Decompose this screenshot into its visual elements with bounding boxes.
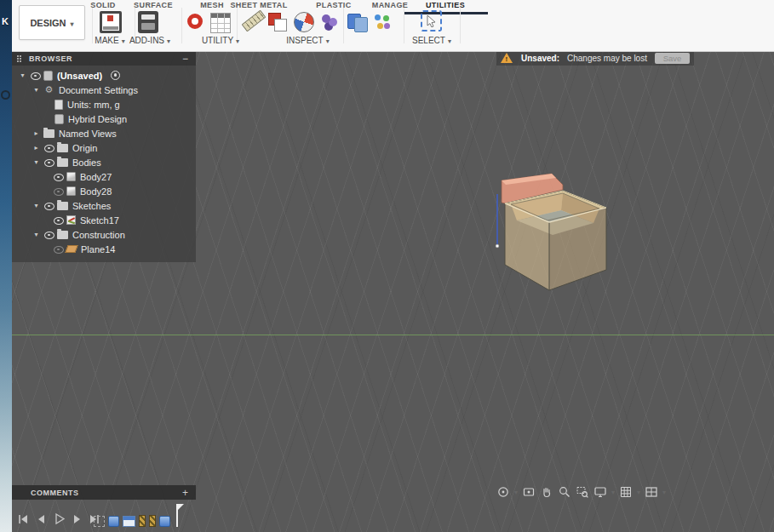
chevron-down-icon[interactable]: [32, 231, 41, 238]
chevron-down-icon[interactable]: [514, 489, 518, 496]
chevron-down-icon: [326, 36, 330, 45]
visibility-eye-icon[interactable]: [53, 215, 64, 226]
red-white-squares-icon[interactable]: [268, 13, 287, 31]
tab-mesh[interactable]: MESH: [200, 1, 224, 9]
screen-feature-icon[interactable]: [123, 516, 135, 527]
visibility-eye-icon[interactable]: [43, 229, 54, 240]
folder-icon: [43, 129, 54, 138]
tools-icon[interactable]: [138, 11, 158, 33]
purple-cluster-icon[interactable]: [320, 14, 339, 32]
add-comment-button[interactable]: +: [182, 489, 188, 497]
addins-group-label[interactable]: ADD-INS: [121, 35, 179, 45]
table-icon[interactable]: [210, 13, 231, 33]
step-forward-icon[interactable]: [70, 512, 83, 525]
chevron-down-icon[interactable]: [637, 489, 640, 496]
browser-header[interactable]: BROWSER −: [12, 51, 196, 66]
group-separator: [181, 8, 182, 43]
drag-grip-icon[interactable]: [17, 54, 23, 62]
colored-dots-icon[interactable]: [373, 13, 392, 31]
document-icon: [43, 71, 53, 81]
play-icon[interactable]: [52, 512, 66, 525]
display-settings-icon[interactable]: [593, 484, 608, 500]
step-back-icon[interactable]: [34, 512, 48, 525]
printer-icon[interactable]: [100, 11, 122, 33]
tab-manage[interactable]: MANAGE: [372, 1, 408, 9]
chevron-down-icon[interactable]: [18, 72, 27, 79]
blue-feature-icon[interactable]: [159, 516, 170, 527]
look-at-icon[interactable]: [521, 484, 536, 500]
browser-item-named-views[interactable]: Named Views: [12, 126, 196, 140]
make-group-text: MAKE: [95, 36, 118, 45]
viewport-canvas[interactable]: Unsaved: Changes may be lost Save BROWSE…: [12, 51, 774, 532]
utility-group-label[interactable]: UTILITY: [186, 35, 255, 45]
body-cube-icon: [66, 172, 76, 181]
select-box-cursor-icon[interactable]: [421, 10, 442, 31]
active-component-icon[interactable]: [111, 71, 120, 80]
chevron-down-icon[interactable]: [32, 86, 41, 94]
timeline-feature-track: [94, 504, 178, 527]
visibility-eye-icon[interactable]: [43, 142, 54, 153]
ruler-icon[interactable]: [242, 10, 267, 32]
design-workspace-dropdown[interactable]: DESIGN: [19, 5, 85, 40]
tab-solid[interactable]: SOLID: [90, 1, 116, 9]
browser-item-plane14[interactable]: Plane14: [12, 242, 196, 256]
browser-item-sketches[interactable]: Sketches: [12, 198, 196, 213]
chevron-down-icon: [448, 36, 451, 45]
dashed-box-icon[interactable]: [94, 516, 105, 527]
model-3d-box[interactable]: [472, 162, 642, 358]
chevron-down-icon[interactable]: [32, 202, 41, 209]
visibility-eye-icon[interactable]: [43, 157, 54, 168]
chevron-down-icon[interactable]: [662, 489, 666, 496]
gold-striped-icon[interactable]: [139, 515, 146, 527]
select-group-label[interactable]: SELECT: [408, 35, 456, 45]
tab-plastic[interactable]: PLASTIC: [316, 1, 351, 9]
chevron-down-icon[interactable]: [611, 489, 615, 496]
browser-item-body28[interactable]: Body28: [12, 184, 196, 198]
skip-start-icon[interactable]: [16, 512, 30, 525]
group-separator: [404, 8, 404, 43]
free-orbit-icon[interactable]: [496, 484, 511, 500]
inspect-group-label[interactable]: INSPECT: [272, 35, 344, 45]
tab-surface[interactable]: SURFACE: [134, 1, 173, 9]
browser-item-bodies[interactable]: Bodies: [12, 155, 196, 169]
browser-item-construction[interactable]: Construction: [12, 227, 196, 242]
chevron-down-icon: [71, 18, 74, 28]
x-axis-line: [12, 335, 774, 335]
visibility-eye-icon[interactable]: [53, 171, 64, 182]
browser-item-hybrid-design[interactable]: Hybrid Design: [12, 112, 196, 126]
grid-icon[interactable]: [618, 484, 634, 500]
browser-item-unsaved[interactable]: (Unsaved): [12, 68, 196, 83]
unsaved-alert-bar: Unsaved: Changes may be lost Save: [496, 51, 694, 66]
browser-item-origin[interactable]: Origin: [12, 140, 196, 155]
chevron-down-icon[interactable]: [32, 158, 41, 166]
timeline-position-marker[interactable]: [176, 504, 178, 527]
fit-icon[interactable]: [575, 484, 590, 500]
document-icon: [54, 114, 64, 124]
app-window: K SOLID SURFACE MESH SHEET METAL PLASTIC…: [0, 0, 774, 532]
chevron-right-icon[interactable]: [32, 129, 41, 137]
tab-sheet-metal[interactable]: SHEET METAL: [230, 1, 287, 9]
chevron-right-icon[interactable]: [32, 144, 41, 152]
browser-item-sketch17[interactable]: Sketch17: [12, 213, 196, 227]
desktop-partial-text: K: [2, 16, 9, 26]
blue-feature-icon[interactable]: [108, 516, 119, 527]
save-button[interactable]: Save: [655, 53, 690, 64]
blue-panels-icon[interactable]: [347, 12, 368, 32]
gold-striped-icon[interactable]: [149, 515, 156, 527]
visibility-eye-off-icon[interactable]: [53, 186, 64, 197]
colored-sphere-icon[interactable]: [294, 12, 314, 32]
comments-bar[interactable]: COMMENTS +: [12, 485, 196, 500]
browser-item-document-settings[interactable]: Document Settings: [12, 83, 196, 97]
browser-item-units[interactable]: Units: mm, g: [12, 97, 196, 112]
red-circle-icon[interactable]: [187, 14, 203, 29]
visibility-eye-off-icon[interactable]: [53, 243, 64, 255]
pan-icon[interactable]: [539, 484, 554, 500]
visibility-eye-icon[interactable]: [43, 200, 54, 211]
browser-item-body27[interactable]: Body27: [12, 169, 196, 184]
viewports-icon[interactable]: [644, 484, 659, 500]
visibility-eye-icon[interactable]: [30, 70, 41, 81]
minimize-button[interactable]: −: [182, 54, 188, 63]
browser-panel: BROWSER − (Unsaved) Document Settings: [12, 51, 196, 262]
zoom-icon[interactable]: [557, 484, 572, 500]
browser-tree: (Unsaved) Document Settings Units: mm, g…: [12, 66, 196, 262]
